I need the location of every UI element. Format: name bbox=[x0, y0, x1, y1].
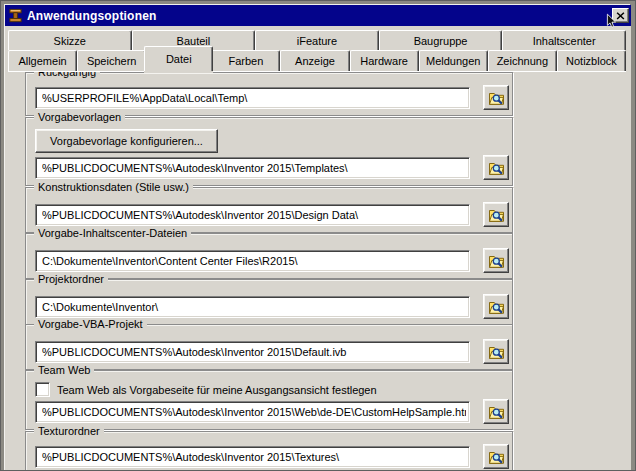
folder-search-icon bbox=[488, 160, 505, 176]
folder-search-icon bbox=[488, 299, 505, 315]
team-web-url-input[interactable] bbox=[35, 401, 470, 423]
folder-search-icon bbox=[488, 207, 505, 223]
folder-search-icon bbox=[488, 404, 505, 420]
tab-zeichnung[interactable]: Zeichnung bbox=[488, 50, 557, 71]
tab-notizblock[interactable]: Notizblock bbox=[557, 50, 626, 71]
path-row bbox=[35, 294, 509, 319]
browse-textures-button[interactable] bbox=[483, 444, 509, 469]
tab-anzeige[interactable]: Anzeige bbox=[280, 50, 349, 71]
browse-templates-button[interactable] bbox=[483, 155, 509, 180]
folder-search-icon bbox=[488, 344, 505, 360]
team-web-checkbox-label: Team Web als Vorgabeseite für meine Ausg… bbox=[57, 384, 377, 396]
path-row bbox=[35, 248, 509, 273]
tab-speichern[interactable]: Speichern bbox=[77, 50, 146, 71]
tab-panel-edge bbox=[8, 71, 626, 72]
tab-row-secondary: Skizze Bauteil iFeature Baugruppe Inhalt… bbox=[8, 30, 626, 50]
project-folder-path-input[interactable] bbox=[35, 296, 470, 318]
tab-datei-active[interactable]: Datei bbox=[144, 46, 213, 71]
browse-design-data-button[interactable] bbox=[483, 202, 509, 227]
tab-allgemein[interactable]: Allgemein bbox=[8, 50, 77, 71]
tab-ifeature[interactable]: iFeature bbox=[255, 30, 379, 50]
close-button[interactable] bbox=[612, 8, 629, 23]
design-data-path-input[interactable] bbox=[35, 204, 470, 226]
path-row bbox=[35, 202, 509, 227]
group-label: Vorgabe-VBA-Projekt bbox=[34, 318, 147, 331]
tab-farben[interactable]: Farben bbox=[211, 50, 280, 71]
folder-search-icon bbox=[488, 253, 505, 269]
browse-vba-project-button[interactable] bbox=[483, 339, 509, 364]
group-label: Konstruktionsdaten (Stile usw.) bbox=[34, 181, 193, 194]
group-texturordner: Texturordner bbox=[25, 431, 513, 471]
tab-baugruppe[interactable]: Baugruppe bbox=[379, 30, 503, 50]
path-row bbox=[35, 85, 509, 110]
textures-path-input[interactable] bbox=[35, 446, 470, 468]
inventor-app-icon[interactable] bbox=[8, 8, 23, 23]
tab-hardware[interactable]: Hardware bbox=[350, 50, 419, 71]
title-bar[interactable]: Anwendungsoptionen bbox=[5, 5, 631, 26]
close-icon bbox=[616, 12, 625, 20]
templates-path-input[interactable] bbox=[35, 157, 470, 179]
browse-undo-path-button[interactable] bbox=[483, 85, 509, 110]
group-label: Vorgabe-Inhaltscenter-Dateien bbox=[34, 227, 191, 240]
group-label: Team Web bbox=[34, 364, 94, 377]
tab-inhaltscenter[interactable]: Inhaltscenter bbox=[502, 30, 626, 50]
team-web-checkbox[interactable] bbox=[35, 382, 50, 397]
window-title: Anwendungsoptionen bbox=[27, 9, 612, 23]
group-vorgabevorlagen: Vorgabevorlagen Vorgabevorlage konfiguri… bbox=[25, 117, 513, 186]
group-label: Projektordner bbox=[34, 273, 108, 286]
browse-content-center-button[interactable] bbox=[483, 248, 509, 273]
group-label: Texturordner bbox=[34, 425, 104, 438]
tab-row-primary: Allgemein Speichern Datei Farben Anzeige… bbox=[8, 50, 626, 71]
content-center-path-input[interactable] bbox=[35, 250, 470, 272]
anwendungsoptionen-dialog: Anwendungsoptionen Skizze Bauteil iFeatu… bbox=[5, 5, 631, 471]
undo-temp-path-input[interactable] bbox=[35, 87, 470, 109]
group-vba-projekt: Vorgabe-VBA-Projekt bbox=[25, 324, 513, 370]
folder-search-icon bbox=[488, 449, 505, 465]
team-web-checkbox-row: Team Web als Vorgabeseite für meine Ausg… bbox=[35, 382, 377, 397]
path-row bbox=[35, 339, 509, 364]
folder-search-icon bbox=[488, 90, 505, 106]
tab-skizze[interactable]: Skizze bbox=[8, 30, 132, 50]
group-label: Vorgabevorlagen bbox=[34, 111, 125, 124]
path-row bbox=[35, 399, 509, 424]
tab-meldungen[interactable]: Meldungen bbox=[419, 50, 488, 71]
vba-project-path-input[interactable] bbox=[35, 341, 470, 363]
browse-project-folder-button[interactable] bbox=[483, 294, 509, 319]
configure-template-button[interactable]: Vorgabevorlage konfigurieren... bbox=[35, 129, 218, 153]
browse-team-web-button[interactable] bbox=[483, 399, 509, 424]
group-rueckgaengig: Rückgängig bbox=[25, 72, 513, 116]
group-team-web: Team Web Team Web als Vorgabeseite für m… bbox=[25, 370, 513, 430]
path-row bbox=[35, 155, 509, 180]
path-row bbox=[35, 444, 509, 469]
